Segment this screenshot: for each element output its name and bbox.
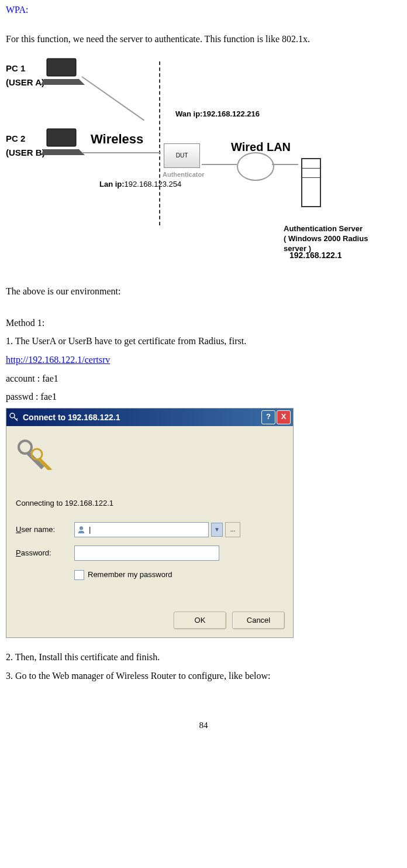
wireless-label: Wireless — [91, 129, 143, 149]
certsrv-link[interactable]: http://192.168.122.1/certsrv — [6, 352, 401, 368]
environment-text: The above is our environment: — [6, 284, 401, 299]
server-ip-label: 192.168.122.1 — [289, 249, 342, 262]
cloud-icon — [237, 152, 274, 181]
lan-ip-label: Lan ip:192.168.123.254 — [99, 179, 181, 191]
password-label: Password: — [16, 547, 74, 560]
page-number: 84 — [6, 718, 401, 732]
keys-graphic — [16, 438, 284, 474]
close-button[interactable]: X — [277, 410, 291, 424]
svg-rect-0 — [47, 59, 76, 76]
svg-point-5 — [19, 441, 32, 454]
network-diagram: PC 1 (USER A) PC 2 (USER B) Wireless Wan… — [6, 56, 380, 272]
username-browse-button[interactable]: ... — [225, 522, 240, 537]
svg-point-9 — [80, 527, 83, 530]
svg-point-7 — [32, 449, 42, 459]
pc1-user-label: (USER A) — [6, 76, 44, 90]
person-icon — [77, 526, 85, 534]
pc2-label: PC 2 — [6, 132, 25, 146]
dialog-title: Connect to 192.168.122.1 — [23, 411, 120, 424]
method1-heading: Method 1: — [6, 315, 401, 331]
intro-text: For this function, we need the server to… — [6, 32, 401, 47]
svg-point-2 — [10, 413, 15, 418]
connecting-text: Connecting to 192.168.122.1 — [16, 498, 284, 510]
username-dropdown-button[interactable]: ▼ — [211, 523, 223, 537]
cancel-button[interactable]: Cancel — [232, 612, 285, 629]
pc1-label: PC 1 — [6, 61, 25, 76]
password-input[interactable] — [74, 545, 219, 561]
svg-line-4 — [16, 418, 18, 420]
ok-button[interactable]: OK — [174, 612, 226, 629]
step2-text: 2. Then, Install this certificate and fi… — [6, 650, 401, 665]
svg-rect-1 — [47, 129, 76, 146]
pc2-user-label: (USER B) — [6, 146, 45, 160]
dialog-titlebar: Connect to 192.168.122.1 ? X — [6, 409, 293, 426]
wan-ip-label: Wan ip:192.168.122.216 — [175, 108, 260, 121]
laptop-icon — [41, 126, 88, 161]
help-button[interactable]: ? — [261, 410, 275, 424]
remember-label: Remember my password — [88, 569, 173, 581]
username-label: User name: — [16, 524, 74, 536]
remember-checkbox[interactable] — [74, 570, 84, 580]
passwd-line: passwd : fae1 — [6, 389, 401, 404]
server-icon — [301, 158, 321, 207]
connect-dialog: Connect to 192.168.122.1 ? X Connecting … — [6, 408, 294, 638]
laptop-icon — [41, 56, 88, 91]
username-input[interactable]: | — [74, 522, 209, 537]
wpa-heading: WPA: — [6, 2, 401, 18]
dut-box: DUT — [164, 143, 200, 168]
method1-step1: 1. The UserA or UserB have to get certif… — [6, 334, 401, 349]
step3-text: 3. Go to the Web manager of Wireless Rou… — [6, 668, 401, 684]
account-line: account : fae1 — [6, 371, 401, 386]
dialog-key-icon — [9, 412, 19, 423]
